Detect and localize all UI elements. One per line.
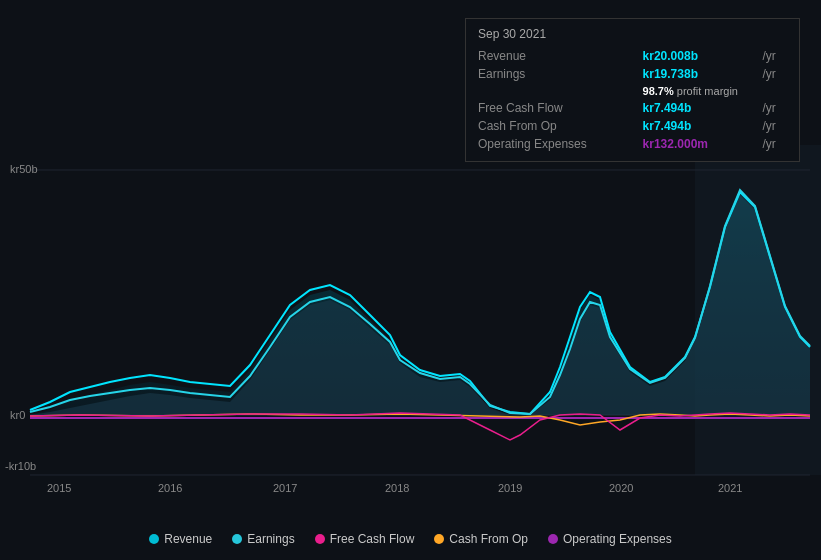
legend: Revenue Earnings Free Cash Flow Cash Fro… (0, 532, 821, 546)
tooltip-label-cashfromop: Cash From Op (478, 117, 643, 135)
chart-container: kr0 kr50b -kr10b 2015 2016 2017 2018 201… (0, 0, 821, 560)
tooltip-table: Revenue kr20.008b /yr Earnings kr19.738b… (478, 47, 787, 153)
legend-item-fcf[interactable]: Free Cash Flow (315, 532, 415, 546)
legend-item-cashfromop[interactable]: Cash From Op (434, 532, 528, 546)
tooltip-value-opex: kr132.000m (643, 135, 763, 153)
tooltip-label-fcf: Free Cash Flow (478, 99, 643, 117)
legend-label-earnings: Earnings (247, 532, 294, 546)
tooltip-label-revenue: Revenue (478, 47, 643, 65)
tooltip-label-earnings: Earnings (478, 65, 643, 83)
tooltip-label-opex: Operating Expenses (478, 135, 643, 153)
tooltip-value-revenue: kr20.008b (643, 47, 763, 65)
svg-text:2017: 2017 (273, 482, 297, 494)
svg-text:kr50b: kr50b (10, 163, 38, 175)
tooltip-row-fcf: Free Cash Flow kr7.494b /yr (478, 99, 787, 117)
legend-dot-revenue (149, 534, 159, 544)
svg-text:-kr10b: -kr10b (5, 460, 36, 472)
legend-label-revenue: Revenue (164, 532, 212, 546)
svg-text:2018: 2018 (385, 482, 409, 494)
tooltip-unit-earnings: /yr (763, 65, 788, 83)
svg-text:2020: 2020 (609, 482, 633, 494)
legend-dot-cashfromop (434, 534, 444, 544)
legend-label-opex: Operating Expenses (563, 532, 672, 546)
tooltip-value-cashfromop: kr7.494b (643, 117, 763, 135)
tooltip-row-opex: Operating Expenses kr132.000m /yr (478, 135, 787, 153)
tooltip-row-earnings: Earnings kr19.738b /yr (478, 65, 787, 83)
tooltip-value-earnings: kr19.738b (643, 65, 763, 83)
tooltip-profit-margin: 98.7% profit margin (643, 83, 787, 99)
tooltip-title: Sep 30 2021 (478, 27, 787, 41)
legend-label-fcf: Free Cash Flow (330, 532, 415, 546)
tooltip-unit-opex: /yr (763, 135, 788, 153)
tooltip-unit-revenue: /yr (763, 47, 788, 65)
tooltip-row-cashfromop: Cash From Op kr7.494b /yr (478, 117, 787, 135)
legend-dot-fcf (315, 534, 325, 544)
svg-text:kr0: kr0 (10, 409, 25, 421)
legend-dot-opex (548, 534, 558, 544)
tooltip-value-fcf: kr7.494b (643, 99, 763, 117)
tooltip-row-margin: 98.7% profit margin (478, 83, 787, 99)
tooltip-box: Sep 30 2021 Revenue kr20.008b /yr Earnin… (465, 18, 800, 162)
tooltip-unit-fcf: /yr (763, 99, 788, 117)
svg-text:2016: 2016 (158, 482, 182, 494)
svg-text:2021: 2021 (718, 482, 742, 494)
svg-text:2019: 2019 (498, 482, 522, 494)
svg-text:2015: 2015 (47, 482, 71, 494)
legend-item-revenue[interactable]: Revenue (149, 532, 212, 546)
tooltip-unit-cashfromop: /yr (763, 117, 788, 135)
legend-label-cashfromop: Cash From Op (449, 532, 528, 546)
legend-item-earnings[interactable]: Earnings (232, 532, 294, 546)
legend-item-opex[interactable]: Operating Expenses (548, 532, 672, 546)
tooltip-row-revenue: Revenue kr20.008b /yr (478, 47, 787, 65)
legend-dot-earnings (232, 534, 242, 544)
